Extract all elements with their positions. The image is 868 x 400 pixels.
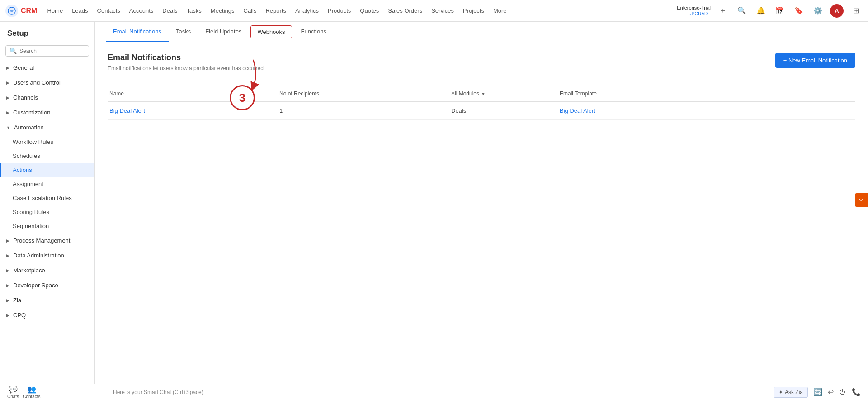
sidebar-group-marketplace: ▶Marketplace xyxy=(0,263,94,278)
sidebar-item-actions[interactable]: Actions xyxy=(0,163,94,177)
nav-item-contacts[interactable]: Contacts xyxy=(93,5,125,17)
tab-webhooks[interactable]: Webhooks xyxy=(250,25,292,38)
new-email-notification-button[interactable]: + New Email Notification xyxy=(775,53,855,68)
table-header: Name No of Recipients All Modules ▼ Emai… xyxy=(108,86,855,102)
col-header-template: Email Template xyxy=(560,90,855,97)
sidebar-group-header-cpq[interactable]: ▶CPQ xyxy=(0,308,94,323)
search-icon-btn[interactable]: 🔍 xyxy=(735,4,749,18)
nav-item-home[interactable]: Home xyxy=(42,5,67,17)
plan-name: Enterprise-Trial xyxy=(677,5,711,11)
phone-icon[interactable]: 📞 xyxy=(852,388,861,396)
window-icon[interactable]: ⊞ xyxy=(849,4,863,18)
right-edge-tab[interactable]: › xyxy=(855,193,868,207)
sidebar-group-header-process-management[interactable]: ▶Process Management xyxy=(0,233,94,248)
refresh-icon[interactable]: 🔄 xyxy=(813,388,822,396)
sidebar-item-case-escalation-rules[interactable]: Case Escalation Rules xyxy=(0,191,94,205)
nav-item-reports[interactable]: Reports xyxy=(261,5,291,17)
contacts-button[interactable]: 👥 Contacts xyxy=(23,385,40,399)
nav-item-projects[interactable]: Projects xyxy=(458,5,489,17)
nav-item-leads[interactable]: Leads xyxy=(67,5,92,17)
notification-name-link[interactable]: Big Deal Alert xyxy=(109,107,145,114)
nav-item-deals[interactable]: Deals xyxy=(158,5,182,17)
sidebar-item-workflow-rules[interactable]: Workflow Rules xyxy=(0,135,94,149)
create-button[interactable]: ＋ xyxy=(716,4,730,18)
group-label-customization: Customization xyxy=(13,109,50,116)
nav-item-accounts[interactable]: Accounts xyxy=(125,5,158,17)
user-avatar[interactable]: A xyxy=(830,4,844,18)
table-rows: Big Deal Alert 1 Deals Big Deal Alert xyxy=(108,102,855,120)
group-arrow-process-management: ▶ xyxy=(6,238,9,243)
nav-item-tasks[interactable]: Tasks xyxy=(182,5,206,17)
sidebar-search-box[interactable]: 🔍 xyxy=(5,45,89,57)
group-label-users-and-control: Users and Control xyxy=(13,79,61,86)
cell-template: Big Deal Alert xyxy=(560,107,855,114)
sidebar-item-assignment[interactable]: Assignment xyxy=(0,177,94,191)
sidebar-group-general: ▶General xyxy=(0,60,94,75)
nav-item-meetings[interactable]: Meetings xyxy=(206,5,239,17)
group-arrow-developer-space: ▶ xyxy=(6,283,9,288)
nav-item-more[interactable]: More xyxy=(489,5,511,17)
app-logo[interactable]: CRM xyxy=(5,5,37,17)
smart-chat-placeholder[interactable]: Here is your Smart Chat (Ctrl+Space) xyxy=(109,389,766,395)
notifications-icon[interactable]: 🔔 xyxy=(754,4,768,18)
nav-item-analytics[interactable]: Analytics xyxy=(291,5,323,17)
sidebar-group-header-developer-space[interactable]: ▶Developer Space xyxy=(0,278,94,293)
page-description: Email notifications let users know a par… xyxy=(108,65,265,71)
sidebar-group-customization: ▶Customization xyxy=(0,105,94,120)
col-header-name: Name xyxy=(108,90,279,97)
module-filter-arrow: ▼ xyxy=(481,91,486,96)
ask-zia-button[interactable]: ✦ Ask Zia xyxy=(774,387,808,398)
nav-item-quotes[interactable]: Quotes xyxy=(355,5,383,17)
group-label-developer-space: Developer Space xyxy=(13,282,58,289)
chats-icon: 💬 xyxy=(9,385,18,394)
undo-icon[interactable]: ↩ xyxy=(828,388,834,396)
nav-item-calls[interactable]: Calls xyxy=(239,5,261,17)
table-row: Big Deal Alert 1 Deals Big Deal Alert xyxy=(108,102,855,120)
sidebar-group-header-users-and-control[interactable]: ▶Users and Control xyxy=(0,75,94,90)
tab-field-updates[interactable]: Field Updates xyxy=(198,22,249,42)
sidebar-group-header-automation[interactable]: ▼Automation xyxy=(0,120,94,135)
nav-item-products[interactable]: Products xyxy=(323,5,355,17)
plan-badge: Enterprise-Trial UPGRADE xyxy=(677,5,711,17)
nav-item-services[interactable]: Services xyxy=(427,5,458,17)
bookmark-icon[interactable]: 🔖 xyxy=(792,4,806,18)
nav-item-sales-orders[interactable]: Sales Orders xyxy=(383,5,427,17)
sidebar-group-header-marketplace[interactable]: ▶Marketplace xyxy=(0,263,94,278)
sidebar-item-scoring-rules[interactable]: Scoring Rules xyxy=(0,205,94,219)
sidebar-group-header-customization[interactable]: ▶Customization xyxy=(0,105,94,120)
group-label-general: General xyxy=(13,64,34,71)
sidebar-group-header-zia[interactable]: ▶Zia xyxy=(0,293,94,308)
nav-right-controls: Enterprise-Trial UPGRADE ＋ 🔍 🔔 📅 🔖 ⚙️ A … xyxy=(677,4,863,18)
upgrade-link[interactable]: UPGRADE xyxy=(677,11,711,17)
email-notifications-table: Name No of Recipients All Modules ▼ Emai… xyxy=(108,86,855,120)
timer-icon[interactable]: ⏱ xyxy=(839,388,846,396)
chats-button[interactable]: 💬 Chats xyxy=(7,385,19,399)
sidebar-group-header-channels[interactable]: ▶Channels xyxy=(0,90,94,105)
sidebar-group-developer-space: ▶Developer Space xyxy=(0,278,94,293)
calendar-icon[interactable]: 📅 xyxy=(773,4,787,18)
sidebar-group-cpq: ▶CPQ xyxy=(0,308,94,323)
tabs-bar: Email NotificationsTasksField UpdatesWeb… xyxy=(95,22,868,42)
col-header-module[interactable]: All Modules ▼ xyxy=(451,90,560,97)
sidebar-search-input[interactable] xyxy=(19,48,85,54)
group-arrow-customization: ▶ xyxy=(6,110,9,115)
page-content-area: Email Notifications Email notifications … xyxy=(95,42,868,131)
sidebar-group-header-data-administration[interactable]: ▶Data Administration xyxy=(0,248,94,263)
sidebar-group-channels: ▶Channels xyxy=(0,90,94,105)
tab-tasks-tab[interactable]: Tasks xyxy=(169,22,198,42)
zia-icon: ✦ xyxy=(778,389,783,395)
group-arrow-users-and-control: ▶ xyxy=(6,81,9,85)
tab-functions[interactable]: Functions xyxy=(294,22,334,42)
sidebar-group-header-general[interactable]: ▶General xyxy=(0,60,94,75)
group-arrow-zia: ▶ xyxy=(6,298,9,303)
sidebar-group-automation: ▼AutomationWorkflow RulesSchedulesAction… xyxy=(0,120,94,233)
bottom-chat-section: 💬 Chats 👥 Contacts xyxy=(7,385,102,399)
tab-email-notifications[interactable]: Email Notifications xyxy=(106,22,169,42)
group-arrow-marketplace: ▶ xyxy=(6,268,9,273)
sidebar-item-schedules[interactable]: Schedules xyxy=(0,149,94,163)
settings-icon[interactable]: ⚙️ xyxy=(811,4,825,18)
page-layout: Setup 🔍 ▶General▶Users and Control▶Chann… xyxy=(0,22,868,400)
template-link[interactable]: Big Deal Alert xyxy=(560,107,595,114)
sidebar-group-zia: ▶Zia xyxy=(0,293,94,308)
sidebar-item-segmentation[interactable]: Segmentation xyxy=(0,219,94,233)
